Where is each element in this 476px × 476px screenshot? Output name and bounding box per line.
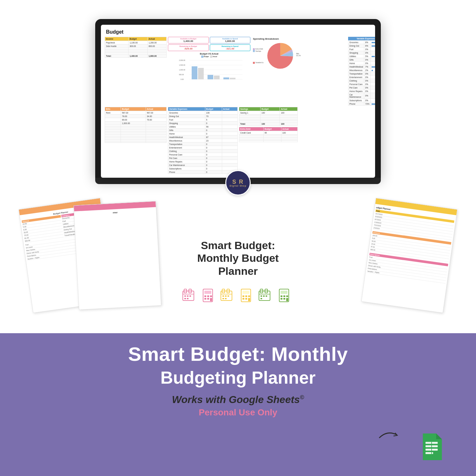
product-title-line3: Planner xyxy=(159,265,317,278)
svg-rect-54 xyxy=(261,295,262,297)
sr-initials: S R xyxy=(232,179,244,185)
svg-rect-49 xyxy=(248,298,250,301)
page-right: udget Planner Date 3/17/2023 3/18/2023 9… xyxy=(361,198,457,313)
pie-svg xyxy=(266,42,294,70)
banner-title-line1: Smart Budget: Monthly xyxy=(128,343,348,365)
svg-rect-41 xyxy=(225,298,227,299)
svg-rect-22 xyxy=(189,295,191,297)
bar-chart-svg: 2,000.00 1,500.00 1,000.00 500.00 0.00 xyxy=(168,58,244,82)
bills-section: Bills Budget Actual Rent567.00567.00 78.… xyxy=(105,107,167,174)
svg-rect-47 xyxy=(242,298,244,300)
remain-spend-value: -321.00 xyxy=(211,47,249,50)
budget-icon-4 xyxy=(239,288,256,303)
sr-shop-text: Digital Shop xyxy=(230,185,247,187)
svg-rect-13 xyxy=(214,76,220,79)
svg-rect-12 xyxy=(208,75,213,79)
budget-icon-6 xyxy=(277,288,294,303)
banner-title-line2: Budgeting Planner xyxy=(161,368,316,388)
bar-chart-legend: Budget Actual xyxy=(168,56,250,58)
sr-logo: S R Digital Shop xyxy=(225,170,251,195)
laptop-screen: Budget Income Budget Actual xyxy=(101,25,375,178)
svg-rect-44 xyxy=(242,295,244,297)
svg-rect-55 xyxy=(263,295,265,297)
svg-rect-30 xyxy=(204,298,206,300)
pie-chart-area: Spending Breakdown Extra Debt Savings Va… xyxy=(252,37,347,106)
svg-rect-20 xyxy=(184,295,186,297)
svg-rect-11 xyxy=(198,68,204,79)
product-title-line1: Smart Budget: xyxy=(159,239,317,252)
svg-rect-40 xyxy=(222,298,224,299)
svg-rect-69 xyxy=(426,452,433,454)
variable-expenses-section: Variable Expenses Budget Actual Grocerie… xyxy=(168,107,238,174)
budget-icon-5 xyxy=(258,288,275,303)
svg-rect-14 xyxy=(223,77,229,79)
svg-rect-10 xyxy=(192,66,197,79)
svg-text:2,000.00: 2,000.00 xyxy=(179,59,185,61)
bar-chart-title: Budget VS Actual xyxy=(168,53,250,55)
svg-rect-48 xyxy=(245,298,247,300)
budget-icon-3 xyxy=(220,288,237,303)
banner-italic: Works with Google Sheets© xyxy=(172,394,304,406)
icon-row xyxy=(182,288,294,303)
svg-rect-37 xyxy=(222,295,224,297)
svg-rect-32 xyxy=(210,298,212,301)
product-title-line2: Monthly Budget xyxy=(159,252,317,265)
banner-personal: Personal Use Only xyxy=(199,407,277,418)
arrow-icon xyxy=(378,428,403,447)
laptop-container: Budget Income Budget Actual xyxy=(95,19,381,184)
svg-rect-31 xyxy=(207,298,209,300)
income-table: Income Budget Actual Paycheck1,100.001,2… xyxy=(105,37,167,58)
svg-text:1,000.00: 1,000.00 xyxy=(179,69,185,71)
svg-rect-24 xyxy=(187,298,188,299)
income-col-header: Income xyxy=(105,37,129,41)
svg-text:500.00: 500.00 xyxy=(179,74,184,76)
svg-rect-64 xyxy=(283,298,285,300)
page-right-content: udget Planner Date 3/17/2023 3/18/2023 9… xyxy=(366,205,456,285)
svg-rect-45 xyxy=(245,295,247,297)
pie-legend-right: Bills32.1% xyxy=(296,53,301,59)
svg-rect-26 xyxy=(204,291,211,294)
variable-expenses-table: Variable Expenses Budget Actual Grocerie… xyxy=(168,107,238,174)
svg-rect-46 xyxy=(248,295,250,297)
remaining-to-spend-box: Remaining to Spend -321.00 xyxy=(210,44,251,51)
available-to-spend-box: Available to Spend 1,800.00 xyxy=(210,37,251,43)
product-title-area: Smart Budget: Monthly Budget Planner xyxy=(159,239,317,278)
svg-rect-27 xyxy=(204,295,206,297)
svg-rect-59 xyxy=(281,291,288,294)
var-breakdown-section: Variable Expenses Breakdown Groceries8% … xyxy=(348,37,375,106)
bottom-banner: Smart Budget: Monthly Budgeting Planner … xyxy=(0,333,476,476)
svg-rect-61 xyxy=(283,295,285,297)
remaining-to-budget-box: Remaining to Budget -529.00 xyxy=(168,44,209,51)
svg-rect-62 xyxy=(286,295,288,297)
laptop-outer: Budget Income Budget Actual xyxy=(95,19,381,178)
budget-summary-section: Available to Budget 1,400.00 Available t… xyxy=(168,37,250,106)
var-breakdown-header: Variable Expenses Breakdown xyxy=(348,37,375,40)
svg-rect-63 xyxy=(281,298,282,300)
bills-table: Bills Budget Actual Rent567.00567.00 78.… xyxy=(105,107,167,143)
top-section: Budget Income Budget Actual xyxy=(0,0,476,333)
page-center-left: nner xyxy=(74,201,162,310)
svg-rect-57 xyxy=(261,298,262,299)
svg-rect-60 xyxy=(281,295,282,297)
avail-spend-value: 1,800.00 xyxy=(211,40,249,43)
extra-debt-table: Extra Debt Budget Actual Credit Card9510… xyxy=(239,127,298,142)
svg-rect-21 xyxy=(187,295,188,297)
savings-table: Savings Budget Actual Saving 1100100 xyxy=(239,107,298,126)
svg-rect-65 xyxy=(286,298,288,301)
bottom-tables-row: Bills Budget Actual Rent567.00567.00 78.… xyxy=(103,107,373,175)
savings-extra-section: Savings Budget Actual Saving 1100100 xyxy=(239,107,298,174)
svg-rect-38 xyxy=(225,295,227,297)
svg-rect-28 xyxy=(207,295,209,297)
budget-icon-1 xyxy=(182,288,199,303)
svg-text:1,500.00: 1,500.00 xyxy=(179,64,185,66)
budget-icon-2 xyxy=(201,288,218,303)
pie-chart-title: Spending Breakdown xyxy=(253,37,346,40)
remaining-col xyxy=(299,107,371,174)
google-sheets-icon xyxy=(420,433,444,463)
income-section: Income Budget Actual Paycheck1,100.001,2… xyxy=(105,37,167,106)
available-to-budget-box: Available to Budget 1,400.00 xyxy=(168,37,209,43)
pie-chart-container: Extra Debt Savings Variable Ex. xyxy=(253,42,346,70)
spreadsheet-title: Budget xyxy=(103,27,373,37)
avail-budget-value: 1,400.00 xyxy=(169,40,207,43)
svg-rect-39 xyxy=(228,295,229,297)
